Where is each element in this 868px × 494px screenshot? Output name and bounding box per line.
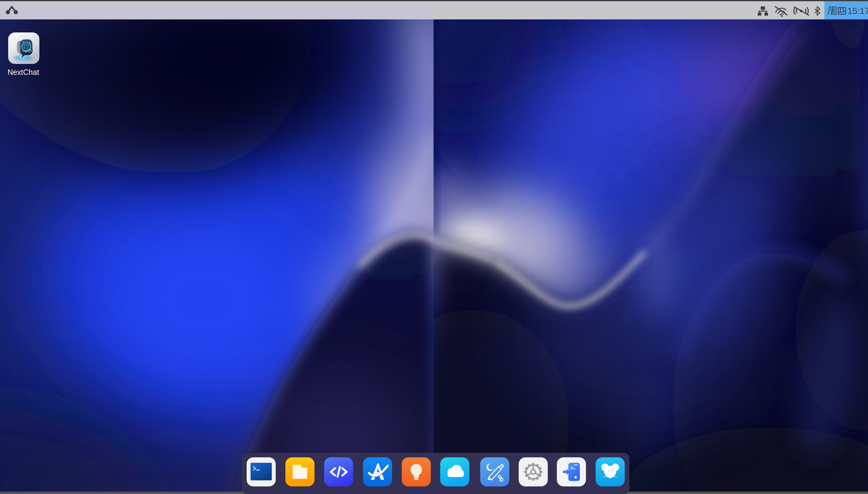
svg-text:15:17: 15:17 <box>847 6 868 16</box>
